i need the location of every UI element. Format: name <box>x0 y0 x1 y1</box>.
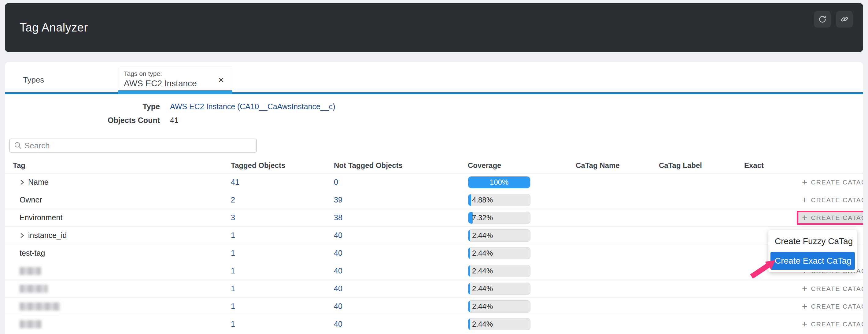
tagged-objects-link[interactable]: 1 <box>231 231 235 240</box>
chevron-right-icon[interactable] <box>20 233 25 239</box>
plus-icon: + <box>802 303 807 309</box>
column-header-catag-name: CaTag Name <box>576 161 659 170</box>
plus-icon: + <box>802 321 807 327</box>
tab-types[interactable]: Types <box>5 62 118 92</box>
table-row: Name 41 0 100% + CREATE CATAG <box>5 174 863 191</box>
tagged-objects-link[interactable]: 3 <box>231 213 235 222</box>
tagged-objects-link[interactable]: 1 <box>231 266 235 275</box>
table-row: Owner 2 39 4.88% + CREATE CATAG <box>5 191 863 209</box>
tab-kicker: Tags on type: <box>124 70 232 78</box>
column-header-exact: Exact <box>744 161 797 170</box>
create-catag-button[interactable]: + CREATE CATAG <box>797 193 863 207</box>
table-row: instance_id 1 40 2.44% <box>5 226 863 244</box>
create-catag-button[interactable]: + CREATE CATAG <box>797 317 863 331</box>
not-tagged-objects-link[interactable]: 40 <box>334 266 342 275</box>
table-body: Name 41 0 100% + CREATE CATAG Owner 2 3 <box>5 174 863 333</box>
create-catag-button-label: CREATE CATAG <box>811 321 863 328</box>
tag-cell <box>5 303 231 310</box>
create-catag-button[interactable]: + CREATE CATAG <box>797 211 863 225</box>
tagged-objects-link[interactable]: 1 <box>231 284 235 293</box>
tagged-objects-link[interactable]: 41 <box>231 178 239 186</box>
type-value-link[interactable]: AWS EC2 Instance (CA10__CaAwsInstance__c… <box>170 102 335 111</box>
not-tagged-objects-link[interactable]: 40 <box>334 302 342 310</box>
objects-count-value: 41 <box>170 116 179 125</box>
tag-cell: Environment <box>5 213 231 222</box>
tag-cell <box>5 267 231 275</box>
catag-dropdown-menu: Create Fuzzy CaTag Create Exact CaTag <box>768 230 857 272</box>
search-icon <box>14 142 22 150</box>
refresh-icon <box>818 15 827 24</box>
coverage-bar-fill <box>468 265 470 277</box>
column-header-not-tagged-objects: Not Tagged Objects <box>334 161 468 170</box>
menu-item-create-fuzzy-catag[interactable]: Create Fuzzy CaTag <box>771 233 855 250</box>
tags-table: Tag Tagged Objects Not Tagged Objects Co… <box>5 158 863 333</box>
active-tab-indicator <box>118 90 232 94</box>
create-catag-button-label: CREATE CATAG <box>811 285 863 293</box>
tag-cell: test-tag <box>5 249 231 257</box>
coverage-bar: 2.44% <box>468 247 530 260</box>
create-catag-button[interactable]: + CREATE CATAG <box>797 175 863 189</box>
link-icon <box>840 15 849 24</box>
tag-name: Environment <box>20 213 62 222</box>
search-box <box>9 139 257 153</box>
table-row: 1 40 2.44% + CREATE CATAG <box>5 262 863 280</box>
tagged-objects-link[interactable]: 1 <box>231 302 235 310</box>
tag-analyzer-page: Tag Analyzer Types Tags on type: <box>0 3 868 334</box>
tag-cell <box>5 320 231 328</box>
tag-name: instance_id <box>28 231 67 240</box>
coverage-bar: 2.44% <box>468 300 530 312</box>
objects-count-label: Objects Count <box>5 116 160 125</box>
coverage-value: 2.44% <box>472 302 493 311</box>
refresh-button[interactable] <box>814 11 831 28</box>
table-row: Environment 3 38 7.32% + CREATE CATAG <box>5 209 863 226</box>
coverage-value: 4.88% <box>472 196 493 204</box>
link-button[interactable] <box>836 11 853 28</box>
coverage-bar: 7.32% <box>468 212 530 224</box>
tagged-objects-link[interactable]: 1 <box>231 320 235 328</box>
table-row: 1 40 2.44% + CREATE CATAG <box>5 280 863 298</box>
close-tab-icon[interactable]: ✕ <box>218 76 224 84</box>
create-catag-button[interactable]: + CREATE CATAG <box>797 299 863 313</box>
column-header-catag-label: CaTag Label <box>659 161 744 170</box>
coverage-value: 100% <box>468 178 530 187</box>
redacted-tag-name <box>20 267 41 275</box>
redacted-tag-name <box>20 320 41 328</box>
not-tagged-objects-link[interactable]: 40 <box>334 231 342 240</box>
search-input[interactable] <box>25 141 256 150</box>
type-info-section: Type AWS EC2 Instance (CA10__CaAwsInstan… <box>5 100 863 127</box>
column-header-coverage: Coverage <box>468 161 576 170</box>
column-header-tag: Tag <box>5 161 231 170</box>
tab-label: AWS EC2 Instance <box>124 79 232 88</box>
tag-cell: Name <box>5 178 231 187</box>
create-catag-button-label: CREATE CATAG <box>811 196 863 204</box>
coverage-value: 2.44% <box>472 320 493 329</box>
menu-item-create-exact-catag[interactable]: Create Exact CaTag <box>771 252 855 270</box>
redacted-tag-name <box>20 303 60 310</box>
tagged-objects-link[interactable]: 2 <box>231 195 235 204</box>
type-row: Type AWS EC2 Instance (CA10__CaAwsInstan… <box>5 100 863 114</box>
not-tagged-objects-link[interactable]: 0 <box>334 178 338 186</box>
plus-icon: + <box>802 286 807 292</box>
plus-icon: + <box>802 215 807 221</box>
not-tagged-objects-link[interactable]: 38 <box>334 213 342 222</box>
tagged-objects-link[interactable]: 1 <box>231 249 235 257</box>
not-tagged-objects-link[interactable]: 40 <box>334 320 342 328</box>
tag-cell: instance_id <box>5 231 231 240</box>
not-tagged-objects-link[interactable]: 40 <box>334 249 342 257</box>
not-tagged-objects-link[interactable]: 39 <box>334 195 342 204</box>
table-row: 1 40 2.44% + CREATE CATAG <box>5 298 863 315</box>
tab-tags-on-type[interactable]: Tags on type: AWS EC2 Instance ✕ <box>118 68 232 90</box>
coverage-bar-fill <box>468 230 470 241</box>
coverage-value: 2.44% <box>472 267 493 275</box>
coverage-bar: 2.44% <box>468 230 530 242</box>
tag-name: Name <box>28 178 49 187</box>
coverage-bar-fill <box>468 194 471 206</box>
chevron-right-icon[interactable] <box>20 179 25 185</box>
tab-bar: Types Tags on type: AWS EC2 Instance ✕ <box>5 62 863 94</box>
table-row: 1 40 2.44% + CREATE CATAG <box>5 315 863 333</box>
not-tagged-objects-link[interactable]: 40 <box>334 284 342 293</box>
coverage-bar: 4.88% <box>468 194 530 206</box>
create-catag-button-label: CREATE CATAG <box>811 303 863 310</box>
create-catag-button[interactable]: + CREATE CATAG <box>797 282 863 296</box>
coverage-bar: 2.44% <box>468 265 530 277</box>
